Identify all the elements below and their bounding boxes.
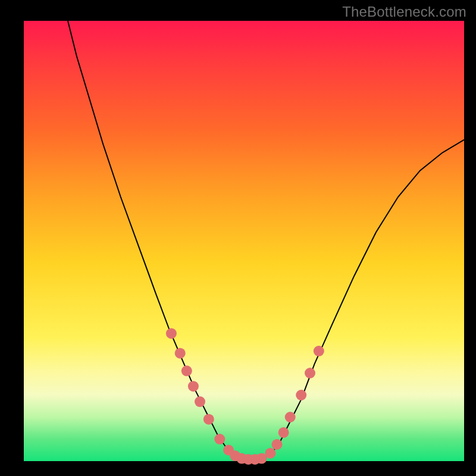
curve-marker (314, 346, 324, 356)
curve-marker (305, 368, 315, 378)
curve-marker (203, 414, 214, 425)
curve-marker (272, 439, 283, 450)
curve-marker (285, 412, 296, 422)
curve-marker (195, 396, 205, 407)
chart-frame: TheBottleneck.com (0, 0, 476, 476)
curve-marker (265, 448, 275, 459)
curve-marker (166, 328, 177, 339)
curve-markers (166, 328, 324, 465)
curve-marker (296, 390, 306, 400)
curve-marker (188, 381, 199, 392)
curve-marker (278, 427, 289, 438)
bottleneck-curve (68, 21, 464, 460)
chart-overlay (24, 21, 464, 461)
curve-marker (181, 365, 192, 376)
curve-marker (175, 348, 186, 359)
curve-marker (214, 434, 225, 444)
watermark-text: TheBottleneck.com (342, 4, 466, 20)
